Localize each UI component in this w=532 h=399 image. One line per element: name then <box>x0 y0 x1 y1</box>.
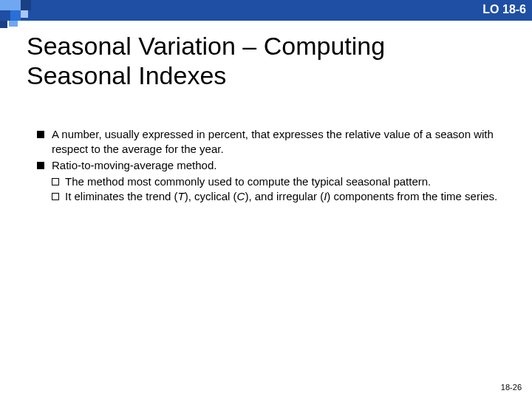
bullet-1: A number, usually expressed in percent, … <box>37 127 502 157</box>
pixel-decoration <box>0 0 66 30</box>
subbullet-2-text: It eliminates the trend (T), cyclical (C… <box>65 189 502 204</box>
bullet-outline-square-icon <box>52 178 59 185</box>
bullet-outline-square-icon <box>52 193 59 200</box>
bullet-2: Ratio-to-moving-average method. <box>37 158 502 173</box>
top-bar: LO 18-6 <box>0 0 532 21</box>
content-area: A number, usually expressed in percent, … <box>37 127 502 204</box>
lo-label: LO 18-6 <box>482 3 526 16</box>
bullet-2-text: Ratio-to-moving-average method. <box>52 158 502 173</box>
bullet-square-icon <box>37 162 44 169</box>
title-line-1: Seasonal Variation – Computing <box>27 32 385 60</box>
page-number: 18-26 <box>501 383 522 392</box>
subbullet-2: It eliminates the trend (T), cyclical (C… <box>52 189 502 204</box>
subbullet-1: The method most commonly used to compute… <box>52 174 502 189</box>
title-line-2: Seasonal Indexes <box>27 61 226 89</box>
bullet-1-text: A number, usually expressed in percent, … <box>52 127 502 157</box>
slide-title: Seasonal Variation – Computing Seasonal … <box>27 31 385 90</box>
subbullet-1-text: The method most commonly used to compute… <box>65 174 502 189</box>
bullet-square-icon <box>37 131 44 138</box>
